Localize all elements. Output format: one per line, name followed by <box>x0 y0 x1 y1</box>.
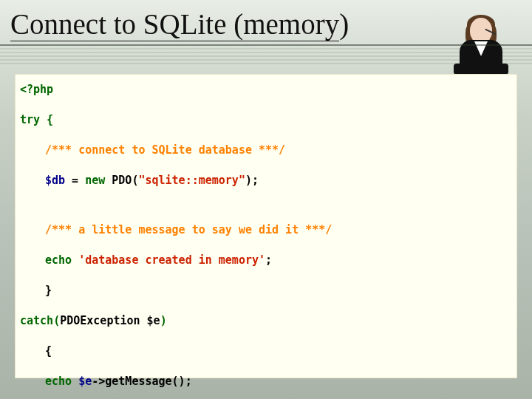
code-string: 'database created in memory' <box>78 253 265 267</box>
code-comment: /*** connect to SQLite database ***/ <box>45 143 285 157</box>
code-token: } <box>45 284 52 297</box>
code-block: <?php try { /*** connect to SQLite datab… <box>15 74 517 378</box>
title-tail: ) <box>339 8 349 40</box>
slide: Connect to SQLite (memory) <?php try { /… <box>0 0 532 399</box>
code-token: new <box>85 174 105 187</box>
code-token: { <box>45 344 52 358</box>
avatar <box>449 13 511 78</box>
code-token <box>72 375 78 388</box>
code-token: PDO( <box>105 174 138 187</box>
code-token: ; <box>265 253 272 267</box>
code-var: $db <box>45 174 65 187</box>
code-token: ) <box>160 314 167 327</box>
avatar-hand-icon <box>495 64 508 74</box>
code-token: catch( <box>20 314 60 327</box>
code-token: PDOException $e <box>60 314 160 327</box>
code-token: <?php <box>20 83 53 96</box>
code-token <box>72 253 78 267</box>
code-token: = <box>65 174 85 187</box>
code-comment: /*** a little message to say we did it *… <box>45 223 332 236</box>
code-var: $e <box>78 375 92 388</box>
code-token: try { <box>20 113 53 126</box>
title-underlined: Connect to SQLite (memory <box>10 8 339 41</box>
code-string: "sqlite::memory" <box>138 174 245 187</box>
code-blank-line <box>20 202 512 210</box>
code-token: echo <box>45 253 72 267</box>
code-token: ->getMessage(); <box>92 375 191 388</box>
code-token: echo <box>45 375 72 388</box>
page-title: Connect to SQLite (memory) <box>10 7 349 41</box>
code-content: <?php try { /*** connect to SQLite datab… <box>20 81 512 399</box>
code-token: ); <box>245 174 259 187</box>
